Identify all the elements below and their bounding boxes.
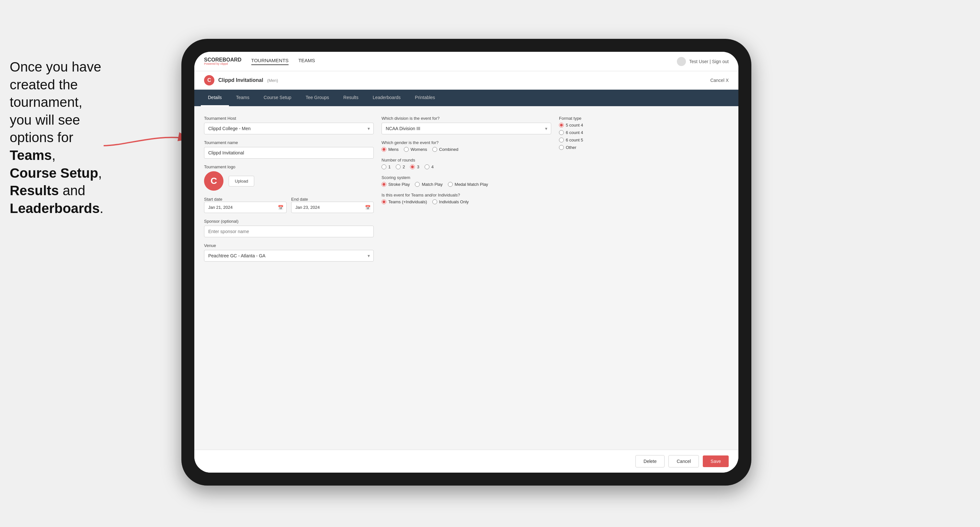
bold-course-setup: Course Setup xyxy=(10,165,98,181)
cancel-button[interactable]: Cancel xyxy=(668,455,699,467)
format-type-group: Format type 5 count 4 6 count 4 xyxy=(559,116,729,150)
form-section-middle: Which division is the event for? NCAA Di… xyxy=(382,116,551,262)
rounds-2-radio[interactable] xyxy=(396,164,401,169)
nav-teams[interactable]: TEAMS xyxy=(298,58,315,65)
start-date-group: Start date Jan 21, 2024 📅 xyxy=(204,197,286,213)
rounds-2-label: 2 xyxy=(402,164,405,169)
bold-results: Results xyxy=(10,183,59,198)
rounds-4-radio[interactable] xyxy=(425,164,430,169)
tournament-title: Clippd Invitational xyxy=(218,77,263,83)
scoring-medal-label: Medal Match Play xyxy=(455,182,488,187)
gender-group: Which gender is the event for? Mens Wome… xyxy=(382,140,551,152)
format-6count5-radio[interactable] xyxy=(559,138,564,143)
start-date-input[interactable]: Jan 21, 2024 xyxy=(204,202,286,213)
logo-sub: Powered by clippd xyxy=(204,62,242,66)
bold-leaderboards: Leaderboards xyxy=(10,201,100,216)
scoring-stroke-option[interactable]: Stroke Play xyxy=(382,182,410,187)
format-5count4-label: 5 count 4 xyxy=(566,123,583,127)
scoring-match-radio[interactable] xyxy=(415,182,420,187)
rounds-2-option[interactable]: 2 xyxy=(396,164,405,169)
end-date-label: End date xyxy=(291,197,308,202)
rounds-1-label: 1 xyxy=(388,164,391,169)
individuals-only-radio[interactable] xyxy=(432,199,437,204)
gender-combined-option[interactable]: Combined xyxy=(432,147,458,152)
teams-plus-option[interactable]: Teams (+Individuals) xyxy=(382,199,427,204)
format-6count5-option[interactable]: 6 count 5 xyxy=(559,138,729,143)
tournament-host-label: Tournament Host xyxy=(204,116,374,121)
date-row: Start date Jan 21, 2024 📅 End date Jan 2… xyxy=(204,197,374,213)
sponsor-input[interactable] xyxy=(204,225,374,237)
gender-combined-label: Combined xyxy=(439,147,458,152)
tab-details[interactable]: Details xyxy=(201,90,229,106)
gender-womens-label: Womens xyxy=(410,147,427,152)
tournament-tag: (Men) xyxy=(267,78,278,83)
cancel-top-button[interactable]: Cancel X xyxy=(710,78,729,83)
rounds-radio-group: 1 2 3 4 xyxy=(382,164,551,169)
format-6count4-radio[interactable] xyxy=(559,130,564,135)
tab-tee-groups[interactable]: Tee Groups xyxy=(299,90,336,106)
rounds-3-option[interactable]: 3 xyxy=(410,164,419,169)
format-5count4-option[interactable]: 5 count 4 xyxy=(559,123,729,127)
scoring-stroke-radio[interactable] xyxy=(382,182,387,187)
gender-womens-radio[interactable] xyxy=(404,147,409,152)
tab-results[interactable]: Results xyxy=(336,90,366,106)
scoring-medal-option[interactable]: Medal Match Play xyxy=(448,182,488,187)
gender-combined-radio[interactable] xyxy=(432,147,437,152)
individuals-only-option[interactable]: Individuals Only xyxy=(432,199,469,204)
format-5count4-radio[interactable] xyxy=(559,123,564,127)
logo-area: SCOREBOARD Powered by clippd xyxy=(204,57,242,66)
tournament-host-select-wrapper: Clippd College - Men xyxy=(204,123,374,134)
rounds-3-label: 3 xyxy=(417,164,419,169)
sponsor-group: Sponsor (optional) xyxy=(204,219,374,237)
rounds-3-radio[interactable] xyxy=(410,164,415,169)
tab-leaderboards[interactable]: Leaderboards xyxy=(366,90,408,106)
tournament-name-input[interactable]: Clippd Invitational xyxy=(204,147,374,159)
scoring-match-label: Match Play xyxy=(422,182,442,187)
venue-label: Venue xyxy=(204,243,374,248)
tab-printables[interactable]: Printables xyxy=(408,90,442,106)
tablet-screen: SCOREBOARD Powered by clippd TOURNAMENTS… xyxy=(194,52,738,473)
teams-individuals-label: Is this event for Teams and/or Individua… xyxy=(382,193,551,197)
format-6count4-option[interactable]: 6 count 4 xyxy=(559,130,729,135)
teams-radio-group: Teams (+Individuals) Individuals Only xyxy=(382,199,551,204)
gender-womens-option[interactable]: Womens xyxy=(404,147,427,152)
rounds-4-option[interactable]: 4 xyxy=(425,164,434,169)
format-other-label: Other xyxy=(566,145,576,150)
teams-plus-radio[interactable] xyxy=(382,199,387,204)
upload-button[interactable]: Upload xyxy=(229,176,254,186)
tabs-bar: Details Teams Course Setup Tee Groups Re… xyxy=(194,90,738,106)
venue-group: Venue Peachtree GC - Atlanta - GA xyxy=(204,243,374,262)
gender-mens-option[interactable]: Mens xyxy=(382,147,399,152)
rounds-1-radio[interactable] xyxy=(382,164,387,169)
teams-individuals-group: Is this event for Teams and/or Individua… xyxy=(382,193,551,204)
start-date-label: Start date xyxy=(204,197,222,202)
tournament-host-group: Tournament Host Clippd College - Men xyxy=(204,116,374,134)
end-date-wrapper: Jan 23, 2024 📅 xyxy=(291,202,374,213)
start-date-wrapper: Jan 21, 2024 📅 xyxy=(204,202,286,213)
teams-plus-label: Teams (+Individuals) xyxy=(388,199,427,204)
gender-mens-radio[interactable] xyxy=(382,147,387,152)
scoring-medal-radio[interactable] xyxy=(448,182,453,187)
scoring-stroke-label: Stroke Play xyxy=(388,182,410,187)
tournament-name-group: Tournament name Clippd Invitational xyxy=(204,140,374,159)
end-date-input[interactable]: Jan 23, 2024 xyxy=(291,202,374,213)
scoring-match-option[interactable]: Match Play xyxy=(415,182,442,187)
rounds-1-option[interactable]: 1 xyxy=(382,164,391,169)
tab-course-setup[interactable]: Course Setup xyxy=(256,90,299,106)
nav-tournaments[interactable]: TOURNAMENTS xyxy=(251,58,289,65)
action-bar: Delete Cancel Save xyxy=(194,450,738,473)
delete-button[interactable]: Delete xyxy=(635,455,665,467)
format-other-option[interactable]: Other xyxy=(559,145,729,150)
scoring-radio-group: Stroke Play Match Play Medal Match Play xyxy=(382,182,551,187)
logo-upload-area: C Upload xyxy=(204,171,374,190)
venue-select-wrapper: Peachtree GC - Atlanta - GA xyxy=(204,250,374,262)
tournament-host-select[interactable]: Clippd College - Men xyxy=(204,123,374,134)
format-other-radio[interactable] xyxy=(559,145,564,150)
tournament-logo-label: Tournament logo xyxy=(204,164,374,169)
tournament-badge: C xyxy=(204,75,215,86)
user-label[interactable]: Test User | Sign out xyxy=(689,59,729,64)
save-button[interactable]: Save xyxy=(703,456,729,467)
tab-teams[interactable]: Teams xyxy=(229,90,256,106)
venue-select[interactable]: Peachtree GC - Atlanta - GA xyxy=(204,250,374,262)
division-select[interactable]: NCAA Division III xyxy=(382,123,551,134)
